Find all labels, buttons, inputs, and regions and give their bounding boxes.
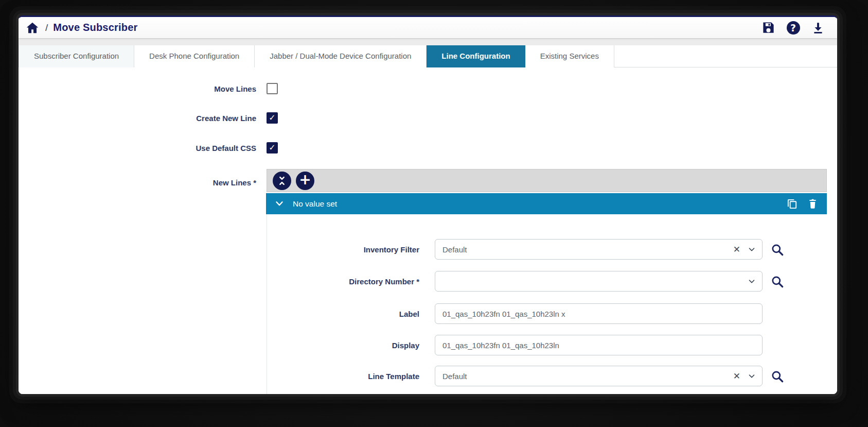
- search-icon[interactable]: [770, 369, 784, 383]
- use-default-css-row: Use Default CSS ✓: [19, 142, 278, 153]
- label-row: Label: [19, 303, 827, 324]
- chevron-down-icon[interactable]: [747, 277, 756, 286]
- page-title: Move Subscriber: [53, 22, 137, 33]
- screenshot-frame: / Move Subscriber ? Subscriber Configura…: [0, 0, 868, 427]
- inventory-filter-label: Inventory Filter: [19, 245, 419, 254]
- tab-subscriber-configuration[interactable]: Subscriber Configuration: [19, 45, 134, 67]
- top-bar: / Move Subscriber ?: [19, 17, 837, 38]
- group-header-title: No value set: [293, 199, 337, 209]
- collapse-icon[interactable]: [273, 172, 291, 190]
- move-lines-checkbox[interactable]: ✓: [267, 83, 278, 94]
- new-lines-toolbar: +: [267, 169, 827, 192]
- create-new-line-row: Create New Line ✓: [19, 112, 278, 124]
- inventory-filter-input[interactable]: [435, 239, 763, 260]
- display-row: Display: [19, 335, 827, 355]
- use-default-css-label: Use Default CSS: [19, 144, 256, 152]
- create-new-line-checkbox[interactable]: ✓: [267, 112, 278, 124]
- line-template-label: Line Template: [19, 372, 419, 381]
- chevron-down-icon[interactable]: [747, 245, 756, 254]
- new-lines-label: New Lines *: [19, 178, 256, 187]
- directory-number-input[interactable]: [435, 271, 763, 292]
- tab-bar: Subscriber Configuration Desk Phone Conf…: [19, 45, 837, 67]
- clear-icon[interactable]: ✕: [733, 372, 740, 381]
- delete-icon[interactable]: [807, 198, 820, 210]
- tab-desk-phone-configuration[interactable]: Desk Phone Configuration: [134, 45, 255, 67]
- clear-icon[interactable]: ✕: [733, 245, 740, 254]
- tab-existing-services[interactable]: Existing Services: [525, 45, 614, 67]
- breadcrumb-separator: /: [45, 22, 48, 33]
- header-divider-strip: [19, 38, 837, 45]
- search-icon[interactable]: [770, 275, 784, 288]
- add-icon[interactable]: +: [296, 172, 314, 190]
- copy-icon[interactable]: [786, 198, 799, 210]
- help-icon[interactable]: ?: [786, 21, 800, 35]
- display-field-label: Display: [19, 341, 419, 350]
- display-input[interactable]: [435, 335, 763, 355]
- app-window: / Move Subscriber ? Subscriber Configura…: [19, 15, 837, 394]
- new-lines-group-header[interactable]: No value set: [266, 193, 827, 214]
- download-icon[interactable]: [811, 21, 825, 35]
- chevron-down-icon[interactable]: [274, 198, 286, 210]
- create-new-line-label: Create New Line: [19, 114, 256, 123]
- line-template-input[interactable]: [435, 366, 763, 386]
- home-icon[interactable]: [26, 21, 39, 35]
- label-field-label: Label: [19, 310, 419, 318]
- move-lines-label: Move Lines: [19, 84, 256, 93]
- tab-jabber-dual-mode-device-configuration[interactable]: Jabber / Dual-Mode Device Configuration: [255, 45, 427, 67]
- inventory-filter-row: Inventory Filter ✕: [19, 239, 827, 260]
- directory-number-row: Directory Number *: [19, 271, 827, 292]
- chevron-down-icon[interactable]: [747, 371, 756, 381]
- directory-number-label: Directory Number *: [19, 277, 419, 286]
- save-icon[interactable]: [761, 21, 775, 35]
- use-default-css-checkbox[interactable]: ✓: [267, 142, 278, 153]
- line-template-row: Line Template ✕: [19, 366, 827, 386]
- move-lines-row: Move Lines ✓: [19, 83, 278, 94]
- tab-content-line-configuration: Move Lines ✓ Create New Line ✓ Use Defau…: [19, 67, 837, 394]
- tab-line-configuration[interactable]: Line Configuration: [427, 45, 525, 67]
- topbar-actions: ?: [761, 21, 827, 35]
- search-icon[interactable]: [770, 243, 784, 257]
- label-input[interactable]: [435, 303, 763, 324]
